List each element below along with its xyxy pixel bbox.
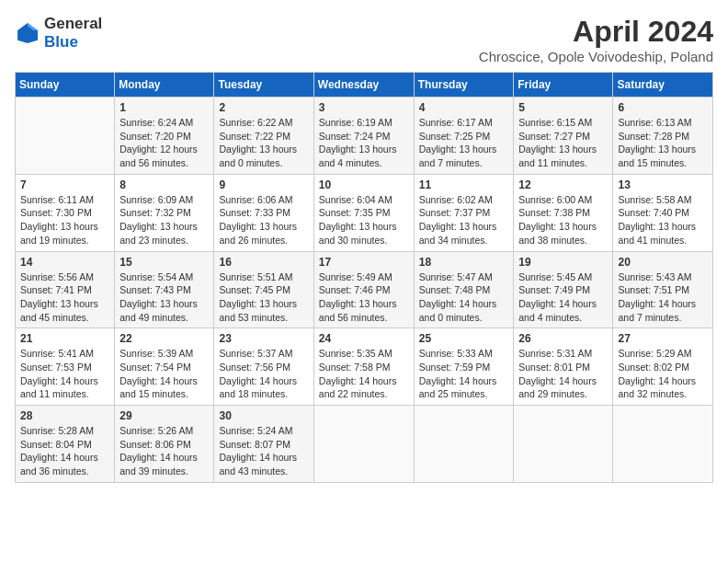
day-number: 4 — [419, 101, 509, 114]
day-number: 20 — [618, 256, 708, 269]
day-number: 23 — [219, 332, 308, 345]
calendar-cell: 30Sunrise: 5:24 AMSunset: 8:07 PMDayligh… — [214, 406, 313, 483]
day-info: Sunrise: 5:43 AMSunset: 7:51 PMDaylight:… — [618, 270, 708, 325]
calendar-cell — [414, 406, 514, 483]
calendar-cell: 12Sunrise: 6:00 AMSunset: 7:38 PMDayligh… — [514, 174, 613, 251]
calendar-cell: 14Sunrise: 5:56 AMSunset: 7:41 PMDayligh… — [16, 251, 115, 328]
calendar-cell: 15Sunrise: 5:54 AMSunset: 7:43 PMDayligh… — [115, 251, 214, 328]
day-info: Sunrise: 5:28 AMSunset: 8:04 PMDaylight:… — [20, 424, 109, 478]
calendar-cell: 3Sunrise: 6:19 AMSunset: 7:24 PMDaylight… — [313, 98, 414, 175]
weekday-header-row: SundayMondayTuesdayWednesdayThursdayFrid… — [16, 73, 713, 98]
calendar-week-row: 1Sunrise: 6:24 AMSunset: 7:20 PMDaylight… — [16, 98, 713, 175]
day-number: 27 — [618, 332, 708, 345]
calendar-cell: 19Sunrise: 5:45 AMSunset: 7:49 PMDayligh… — [514, 251, 613, 328]
day-info: Sunrise: 6:06 AMSunset: 7:33 PMDaylight:… — [219, 193, 308, 247]
logo: General Blue — [15, 15, 102, 51]
day-number: 18 — [419, 256, 509, 269]
calendar-cell: 22Sunrise: 5:39 AMSunset: 7:54 PMDayligh… — [115, 328, 214, 406]
day-info: Sunrise: 5:24 AMSunset: 8:07 PMDaylight:… — [219, 424, 308, 478]
day-info: Sunrise: 5:41 AMSunset: 7:53 PMDaylight:… — [20, 347, 109, 401]
day-number: 7 — [20, 178, 109, 191]
calendar-cell: 20Sunrise: 5:43 AMSunset: 7:51 PMDayligh… — [613, 251, 713, 328]
calendar-cell: 25Sunrise: 5:33 AMSunset: 7:59 PMDayligh… — [414, 328, 514, 406]
day-number: 5 — [518, 101, 608, 114]
weekday-header-wednesday: Wednesday — [313, 73, 414, 98]
day-number: 16 — [219, 256, 308, 269]
day-info: Sunrise: 6:00 AMSunset: 7:38 PMDaylight:… — [518, 193, 608, 247]
day-number: 24 — [319, 332, 409, 345]
day-number: 30 — [219, 409, 308, 422]
day-info: Sunrise: 5:47 AMSunset: 7:48 PMDaylight:… — [419, 270, 509, 325]
calendar-cell — [313, 406, 414, 483]
page-header: General Blue April 2024 Chroscice, Opole… — [15, 15, 713, 64]
calendar-cell: 29Sunrise: 5:26 AMSunset: 8:06 PMDayligh… — [115, 406, 214, 483]
day-number: 25 — [419, 332, 509, 345]
day-info: Sunrise: 5:45 AMSunset: 7:49 PMDaylight:… — [518, 270, 608, 325]
svg-marker-2 — [33, 29, 38, 40]
day-info: Sunrise: 6:04 AMSunset: 7:35 PMDaylight:… — [319, 193, 409, 247]
calendar-cell: 16Sunrise: 5:51 AMSunset: 7:45 PMDayligh… — [214, 251, 313, 328]
day-info: Sunrise: 6:13 AMSunset: 7:28 PMDaylight:… — [618, 116, 708, 170]
day-number: 14 — [20, 256, 109, 269]
day-number: 22 — [119, 332, 209, 345]
calendar-cell: 4Sunrise: 6:17 AMSunset: 7:25 PMDaylight… — [414, 98, 514, 175]
calendar-cell — [514, 406, 613, 483]
day-info: Sunrise: 6:17 AMSunset: 7:25 PMDaylight:… — [419, 116, 509, 170]
day-number: 11 — [419, 178, 509, 191]
calendar-cell: 9Sunrise: 6:06 AMSunset: 7:33 PMDaylight… — [214, 174, 313, 251]
calendar-week-row: 14Sunrise: 5:56 AMSunset: 7:41 PMDayligh… — [16, 251, 713, 328]
day-number: 12 — [518, 178, 608, 191]
day-info: Sunrise: 5:49 AMSunset: 7:46 PMDaylight:… — [319, 270, 409, 325]
day-number: 29 — [119, 409, 209, 422]
day-number: 3 — [319, 101, 409, 114]
logo-line1: General — [44, 15, 102, 33]
day-info: Sunrise: 5:58 AMSunset: 7:40 PMDaylight:… — [618, 193, 708, 247]
day-info: Sunrise: 5:29 AMSunset: 8:02 PMDaylight:… — [618, 347, 708, 401]
day-info: Sunrise: 5:35 AMSunset: 7:58 PMDaylight:… — [319, 347, 409, 401]
calendar-cell: 5Sunrise: 6:15 AMSunset: 7:27 PMDaylight… — [514, 98, 613, 175]
calendar-cell — [613, 406, 713, 483]
day-info: Sunrise: 5:33 AMSunset: 7:59 PMDaylight:… — [419, 347, 509, 401]
calendar-cell: 10Sunrise: 6:04 AMSunset: 7:35 PMDayligh… — [313, 174, 414, 251]
calendar-cell: 28Sunrise: 5:28 AMSunset: 8:04 PMDayligh… — [16, 406, 115, 483]
day-number: 26 — [518, 332, 608, 345]
calendar-cell: 26Sunrise: 5:31 AMSunset: 8:01 PMDayligh… — [514, 328, 613, 406]
calendar-cell: 24Sunrise: 5:35 AMSunset: 7:58 PMDayligh… — [313, 328, 414, 406]
day-info: Sunrise: 5:39 AMSunset: 7:54 PMDaylight:… — [119, 347, 209, 401]
month-year-heading: April 2024 — [479, 15, 713, 49]
day-info: Sunrise: 5:31 AMSunset: 8:01 PMDaylight:… — [518, 347, 608, 401]
day-number: 21 — [20, 332, 109, 345]
weekday-header-saturday: Saturday — [613, 73, 713, 98]
weekday-header-tuesday: Tuesday — [214, 73, 313, 98]
day-info: Sunrise: 6:11 AMSunset: 7:30 PMDaylight:… — [20, 193, 109, 247]
day-info: Sunrise: 5:26 AMSunset: 8:06 PMDaylight:… — [119, 424, 209, 478]
day-info: Sunrise: 6:22 AMSunset: 7:22 PMDaylight:… — [219, 116, 308, 170]
calendar-cell: 11Sunrise: 6:02 AMSunset: 7:37 PMDayligh… — [414, 174, 514, 251]
calendar-week-row: 7Sunrise: 6:11 AMSunset: 7:30 PMDaylight… — [16, 174, 713, 251]
day-number: 28 — [20, 409, 109, 422]
logo-text: General Blue — [44, 15, 102, 51]
day-info: Sunrise: 6:09 AMSunset: 7:32 PMDaylight:… — [119, 193, 209, 247]
calendar-cell: 27Sunrise: 5:29 AMSunset: 8:02 PMDayligh… — [613, 328, 713, 406]
calendar-cell: 1Sunrise: 6:24 AMSunset: 7:20 PMDaylight… — [115, 98, 214, 175]
calendar-cell: 18Sunrise: 5:47 AMSunset: 7:48 PMDayligh… — [414, 251, 514, 328]
calendar-cell: 13Sunrise: 5:58 AMSunset: 7:40 PMDayligh… — [613, 174, 713, 251]
location-subtitle: Chroscice, Opole Voivodeship, Poland — [479, 49, 713, 64]
calendar-cell: 2Sunrise: 6:22 AMSunset: 7:22 PMDaylight… — [214, 98, 313, 175]
title-block: April 2024 Chroscice, Opole Voivodeship,… — [479, 15, 713, 64]
day-info: Sunrise: 5:51 AMSunset: 7:45 PMDaylight:… — [219, 270, 308, 325]
calendar-cell — [16, 98, 115, 175]
calendar-cell: 21Sunrise: 5:41 AMSunset: 7:53 PMDayligh… — [16, 328, 115, 406]
day-info: Sunrise: 5:54 AMSunset: 7:43 PMDaylight:… — [119, 270, 209, 325]
calendar-cell: 7Sunrise: 6:11 AMSunset: 7:30 PMDaylight… — [16, 174, 115, 251]
day-info: Sunrise: 6:24 AMSunset: 7:20 PMDaylight:… — [119, 116, 209, 170]
day-number: 8 — [119, 178, 209, 191]
general-blue-icon — [15, 20, 40, 46]
day-info: Sunrise: 5:37 AMSunset: 7:56 PMDaylight:… — [219, 347, 308, 401]
day-number: 6 — [618, 101, 708, 114]
day-info: Sunrise: 6:15 AMSunset: 7:27 PMDaylight:… — [518, 116, 608, 170]
day-info: Sunrise: 6:19 AMSunset: 7:24 PMDaylight:… — [319, 116, 409, 170]
day-number: 10 — [319, 178, 409, 191]
calendar-cell: 6Sunrise: 6:13 AMSunset: 7:28 PMDaylight… — [613, 98, 713, 175]
calendar-cell: 17Sunrise: 5:49 AMSunset: 7:46 PMDayligh… — [313, 251, 414, 328]
